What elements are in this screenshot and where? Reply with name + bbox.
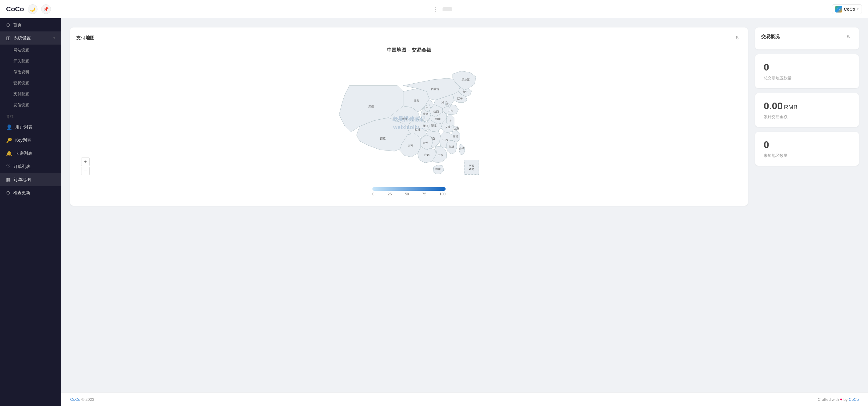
svg-marker-40 (423, 122, 429, 131)
map-card-header: 支付地图 ↻ (76, 34, 742, 42)
sidebar-system-label: 系统设置 (14, 35, 50, 41)
sidebar-cards-label: 卡密列表 (15, 151, 55, 156)
orders-icon: ♡ (6, 164, 10, 169)
stats-card-title: 交易概况 (761, 34, 780, 40)
stat-unknown-regions-value: 0 (764, 139, 850, 150)
map-icon: ▦ (6, 177, 11, 182)
svg-marker-54 (433, 165, 444, 174)
stat-total-amount: 0.00RMB 累计交易金额 (755, 93, 859, 127)
stats-column: 交易概况 ↻ 0 总交易地区数量 0.00RMB 累计交易金额 (755, 27, 859, 206)
legend-gradient-bar (372, 187, 445, 191)
brand-icon: C (835, 6, 842, 12)
svg-marker-28 (454, 126, 458, 130)
stat-total-regions-value: 0 (764, 62, 850, 73)
map-card-title: 支付地图 (76, 35, 95, 41)
cards-icon: 🔔 (6, 150, 12, 156)
footer-right: Crafted with ♥ by CoCo (818, 397, 859, 402)
sidebar-item-profile[interactable]: 修改资料 (0, 66, 61, 78)
stat-total-amount-label: 累计交易金额 (764, 114, 850, 120)
zoom-in-button[interactable]: + (81, 157, 90, 166)
map-svg-wrapper: 新疆 西藏 青海 甘肃 (76, 56, 742, 185)
sidebar-switch-label: 开关配置 (13, 58, 29, 64)
update-icon: ⊙ (6, 190, 10, 196)
stats-refresh-button[interactable]: ↻ (844, 32, 853, 41)
heart-icon: ♥ (840, 397, 843, 402)
transactions-header: 交易概况 ↻ (761, 32, 853, 41)
menu-dots-button[interactable]: ⋮ (430, 4, 440, 14)
zoom-out-button[interactable]: − (81, 167, 90, 175)
legend-75: 75 (422, 192, 426, 196)
sidebar-update-label: 检查更新 (13, 190, 55, 196)
top-header: CoCo 🌙 📌 ⋮ C CoCo ▾ (0, 0, 868, 18)
header-left: CoCo 🌙 📌 (6, 4, 51, 14)
stat-unknown-regions-label: 未知地区数量 (764, 153, 850, 158)
active-tab[interactable] (442, 7, 452, 11)
footer-brand-link[interactable]: CoCo (70, 397, 80, 402)
sidebar-item-update[interactable]: ⊙ 检查更新 (0, 186, 61, 199)
sidebar-payment-label: 支付配置 (13, 91, 29, 97)
header-right: C CoCo ▾ (832, 4, 862, 14)
svg-marker-50 (446, 140, 457, 154)
sidebar-item-orders[interactable]: ♡ 订单列表 (0, 160, 61, 173)
sidebar-item-website[interactable]: 网站设置 (0, 45, 61, 56)
brand-name-label: CoCo (844, 7, 855, 11)
dots-icon: ⋮ (432, 6, 438, 12)
brand-dropdown[interactable]: C CoCo ▾ (832, 4, 862, 14)
sidebar-item-email[interactable]: 发信设置 (0, 99, 61, 111)
content-area: 支付地图 ↻ 中国地图 – 交易金额 新疆 (61, 18, 868, 393)
sidebar: ⊙ 首页 ◫ 系统设置 ▾ 网站设置 开关配置 修改资料 套餐设置 支付配置 发… (0, 18, 61, 406)
china-map-svg: 新疆 西藏 青海 甘肃 (320, 56, 497, 185)
footer: CoCo © 2023 Crafted with ♥ by CoCo (61, 393, 868, 406)
footer-year: © 2023 (82, 397, 94, 402)
footer-right-brand-link[interactable]: CoCo (849, 397, 859, 402)
footer-by-text: by (843, 397, 848, 402)
sidebar-item-system[interactable]: ◫ 系统设置 ▾ (0, 31, 61, 45)
moon-icon: 🌙 (30, 7, 35, 11)
sidebar-item-plan[interactable]: 套餐设置 (0, 78, 61, 89)
map-title: 中国地图 – 交易金额 (76, 47, 742, 53)
svg-marker-52 (459, 144, 465, 155)
app-logo: CoCo (6, 5, 24, 13)
legend-0: 0 (372, 192, 374, 196)
sidebar-orders-label: 订单列表 (13, 164, 55, 169)
sidebar-item-home[interactable]: ⊙ 首页 (0, 18, 61, 31)
map-legend: 0 25 50 75 100 (76, 187, 742, 196)
users-icon: 👤 (6, 124, 12, 130)
home-icon: ⊙ (6, 22, 10, 28)
pin-button[interactable]: 📌 (41, 4, 51, 14)
sidebar-email-label: 发信设置 (13, 102, 29, 108)
sidebar-keys-label: Key列表 (15, 138, 55, 143)
footer-crafted-text: Crafted with (818, 397, 839, 402)
stat-total-regions-label: 总交易地区数量 (764, 76, 850, 81)
sidebar-plan-label: 套餐设置 (13, 80, 29, 86)
sidebar-item-payment[interactable]: 支付配置 (0, 89, 61, 99)
sidebar-item-cards[interactable]: 🔔 卡密列表 (0, 147, 61, 160)
map-container: 中国地图 – 交易金额 新疆 西藏 (76, 47, 742, 200)
nav-section-label: 导航 (0, 111, 61, 121)
system-icon: ◫ (6, 35, 11, 41)
transactions-card-header: 交易概况 ↻ (755, 27, 859, 50)
content-grid: 支付地图 ↻ 中国地图 – 交易金额 新疆 (70, 27, 859, 206)
stat-total-amount-value: 0.00RMB (764, 100, 850, 112)
legend-100: 100 (439, 192, 445, 196)
sidebar-item-keys[interactable]: 🔑 Key列表 (0, 134, 61, 147)
svg-rect-56 (464, 160, 479, 175)
chevron-system-icon: ▾ (53, 36, 55, 40)
map-controls: + − (81, 157, 90, 175)
sidebar-item-users[interactable]: 👤 用户列表 (0, 121, 61, 134)
header-center: ⋮ (430, 4, 452, 14)
sidebar-item-switch[interactable]: 开关配置 (0, 56, 61, 66)
legend-labels: 0 25 50 75 100 (372, 192, 445, 196)
sidebar-website-label: 网站设置 (13, 47, 29, 53)
legend-50: 50 (405, 192, 409, 196)
footer-left: CoCo © 2023 (70, 397, 94, 402)
chevron-down-icon: ▾ (857, 7, 859, 11)
sidebar-map-label: 订单地图 (14, 177, 55, 182)
map-refresh-button[interactable]: ↻ (733, 34, 742, 42)
key-icon: 🔑 (6, 137, 12, 143)
legend-25: 25 (388, 192, 392, 196)
sidebar-users-label: 用户列表 (15, 124, 55, 130)
sidebar-item-map[interactable]: ▦ 订单地图 (0, 173, 61, 186)
sidebar-home-label: 首页 (13, 22, 55, 28)
dark-mode-button[interactable]: 🌙 (28, 4, 37, 14)
